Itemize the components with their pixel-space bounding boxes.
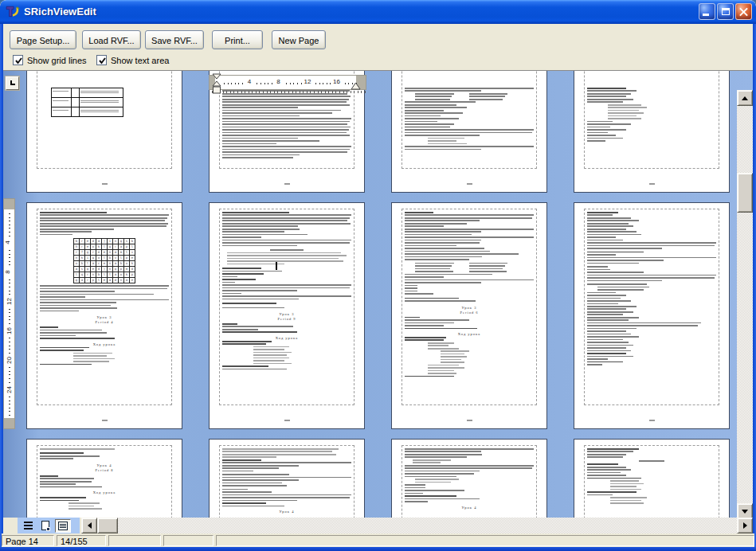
new-page-button[interactable]: New Page (272, 30, 326, 49)
grid-cell: k (96, 244, 102, 250)
check-icon (98, 57, 107, 65)
grid-cell: a (119, 244, 124, 250)
vertical-ruler[interactable]: 4812162024 (3, 198, 15, 429)
grid-cell: b (80, 261, 85, 267)
maximize-icon (722, 8, 730, 15)
page-thumbnail[interactable]: Урок 4 (209, 439, 365, 518)
save-rvf-button[interactable]: Save RVF... (145, 30, 204, 49)
text-line (405, 225, 444, 227)
print-button[interactable]: Print... (212, 30, 263, 49)
text-line (587, 214, 613, 216)
ruler-subtick (270, 91, 271, 93)
app-window: SRichViewEdit Page Setup... Load RVF... … (0, 0, 756, 551)
vertical-scrollbar[interactable] (737, 90, 753, 519)
text-line (587, 319, 629, 321)
bottom-strip (3, 518, 753, 533)
text-line (40, 217, 167, 219)
text-line (222, 268, 261, 269)
page-thumbnail[interactable]: Урок 4Period 8Ход урока (26, 439, 182, 518)
page-thumbnail[interactable] (26, 70, 182, 193)
vertical-scrollbar-thumb[interactable] (737, 173, 753, 213)
text-line (405, 245, 456, 247)
maximize-button[interactable] (717, 3, 734, 20)
page-thumbnail[interactable] (574, 70, 730, 193)
ruler-tick (9, 378, 10, 379)
document-workspace[interactable]: bredajingsbhreoktgraplrfgreenamlvnkigotb… (3, 70, 753, 518)
toolbar: Page Setup... Load RVF... Save RVF... Pr… (3, 24, 753, 70)
page-setup-button[interactable]: Page Setup... (10, 30, 76, 49)
text-line (587, 303, 618, 305)
view-mode-framed-button[interactable] (55, 519, 71, 533)
scroll-left-button[interactable] (81, 518, 97, 533)
text-line (73, 355, 107, 357)
view-mode-list-button[interactable] (20, 519, 36, 533)
text-line (587, 345, 633, 346)
ruler-tick (9, 228, 10, 229)
text-line (222, 132, 347, 134)
scroll-down-button[interactable] (737, 503, 753, 519)
ruler-tick (238, 83, 239, 84)
ruler-number: 8 (4, 270, 11, 273)
grid-cell: t (85, 261, 91, 267)
horizontal-ruler[interactable]: 481216 (209, 75, 366, 90)
text-line (428, 365, 459, 366)
text-line (405, 282, 481, 283)
scroll-up-button[interactable] (737, 90, 753, 106)
right-indent-marker[interactable] (351, 82, 361, 90)
show-grid-lines-checkbox[interactable] (13, 55, 23, 65)
page-content (587, 448, 716, 518)
show-text-area-option[interactable]: Show text area (96, 54, 169, 66)
text-line (222, 284, 351, 286)
page-thumbnail[interactable] (574, 439, 730, 518)
show-text-area-checkbox[interactable] (96, 55, 107, 65)
view-mode-panel (18, 518, 80, 533)
page-thumbnail[interactable]: Урок 3Period 9Ход урока (209, 202, 365, 429)
vertical-scrollbar-track[interactable] (737, 90, 753, 519)
text-line (587, 295, 626, 296)
grid-cell: h (74, 244, 80, 250)
close-button[interactable] (735, 3, 752, 20)
ruler-tick (9, 287, 10, 287)
view-mode-page-button[interactable] (37, 519, 53, 533)
text-line (608, 115, 637, 117)
grid-cell: l (124, 250, 130, 256)
text-line (587, 257, 716, 259)
left-indent-marker[interactable] (212, 73, 222, 95)
ruler-tick (9, 236, 10, 236)
minimize-button[interactable] (699, 3, 715, 20)
tab-type-selector[interactable] (6, 76, 19, 90)
text-line (587, 334, 631, 335)
page-thumbnail[interactable] (574, 202, 730, 429)
ruler-subtick (351, 91, 351, 93)
text-line (413, 462, 441, 463)
grid-cell: a (113, 272, 119, 278)
text-line (222, 214, 351, 216)
status-bar: Page 14 14/155 (2, 533, 754, 547)
load-rvf-button[interactable]: Load RVF... (82, 30, 141, 49)
page-thumbnail[interactable] (391, 70, 547, 193)
ruler-tick (319, 83, 320, 84)
page-thumbnail[interactable]: Урок 3Period 6Ход урока (391, 202, 547, 429)
text-line (597, 289, 644, 291)
show-grid-lines-option[interactable]: Show grid lines (13, 54, 87, 66)
grid-cell: e (130, 256, 135, 261)
spacer (40, 473, 169, 475)
text-line (405, 337, 446, 338)
grid-cell: b (119, 261, 124, 267)
page-number (467, 183, 472, 185)
text-line (405, 127, 450, 128)
ruler-tick (330, 83, 331, 84)
text-line (587, 328, 637, 330)
text-line (405, 121, 437, 123)
scroll-right-button[interactable] (737, 518, 753, 533)
horizontal-scrollbar-track[interactable] (81, 518, 753, 533)
horizontal-scrollbar-thumb[interactable] (97, 518, 118, 533)
page-thumbnail[interactable]: bredajingsbhreoktgraplrfgreenamlvnkigotb… (26, 202, 182, 429)
page-thumbnail[interactable]: Урок 4 (391, 439, 547, 518)
page-content: bredajingsbhreoktgraplrfgreenamlvnkigotb… (40, 212, 169, 402)
text-line (608, 107, 647, 108)
title-bar[interactable]: SRichViewEdit (0, 0, 756, 24)
text-line (405, 123, 454, 125)
text-line (610, 489, 641, 490)
text-line (40, 458, 73, 459)
